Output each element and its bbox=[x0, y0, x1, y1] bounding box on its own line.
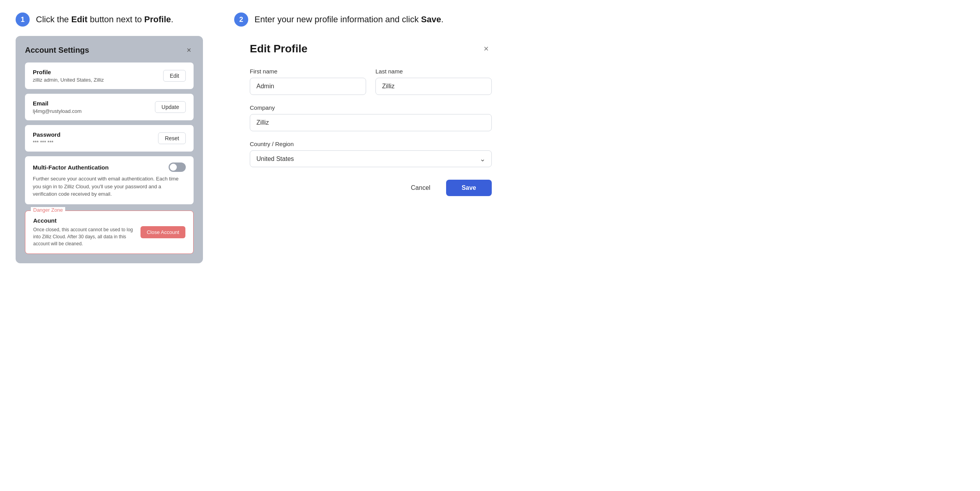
profile-title: Profile bbox=[33, 69, 104, 75]
password-title: Password bbox=[33, 131, 60, 138]
danger-zone-label: Danger Zone bbox=[31, 207, 65, 213]
select-wrapper: United States China United Kingdom Germa… bbox=[250, 150, 492, 167]
mfa-section: Multi-Factor Authentication Further secu… bbox=[25, 156, 194, 204]
first-name-group: First name bbox=[250, 68, 366, 95]
email-subtitle: lj4mg@rustyload.com bbox=[33, 108, 82, 114]
right-panel: 2 Enter your new profile information and… bbox=[226, 12, 964, 479]
step1-bold1: Edit bbox=[71, 14, 87, 24]
step2-instruction: Enter your new profile information and c… bbox=[254, 14, 443, 26]
email-section-info: Email lj4mg@rustyload.com bbox=[33, 100, 82, 114]
card-title: Account Settings bbox=[25, 46, 89, 55]
card-close-button[interactable]: × bbox=[184, 45, 194, 55]
modal-footer: Cancel Save bbox=[250, 180, 492, 196]
last-name-group: Last name bbox=[375, 68, 492, 95]
country-select[interactable]: United States China United Kingdom Germa… bbox=[250, 150, 492, 167]
danger-zone-title: Account bbox=[33, 217, 136, 224]
profile-section-info: Profile zilliz admin, United States, Zil… bbox=[33, 69, 104, 83]
last-name-input[interactable] bbox=[375, 78, 492, 95]
step1-bold2: Profile bbox=[144, 14, 171, 24]
toggle-slider bbox=[169, 162, 186, 172]
account-settings-card: Account Settings × Profile zilliz admin,… bbox=[16, 36, 203, 263]
mfa-toggle[interactable] bbox=[169, 162, 186, 172]
step2-badge: 2 bbox=[234, 12, 248, 27]
company-input[interactable] bbox=[250, 114, 492, 131]
danger-zone: Danger Zone Account Once closed, this ac… bbox=[25, 211, 194, 254]
profile-edit-button[interactable]: Edit bbox=[163, 70, 186, 82]
country-label: Country / Region bbox=[250, 141, 492, 147]
modal-close-button[interactable]: × bbox=[480, 42, 492, 55]
cancel-button[interactable]: Cancel bbox=[403, 180, 438, 195]
close-account-button[interactable]: Close Account bbox=[141, 226, 185, 238]
company-group: Company bbox=[250, 104, 492, 131]
step2-bold: Save bbox=[421, 14, 441, 24]
password-reset-button[interactable]: Reset bbox=[158, 132, 186, 144]
card-header: Account Settings × bbox=[25, 45, 194, 55]
password-section-info: Password *** *** *** bbox=[33, 131, 60, 145]
last-name-label: Last name bbox=[375, 68, 492, 75]
mfa-header: Multi-Factor Authentication bbox=[33, 162, 186, 172]
modal-header: Edit Profile × bbox=[250, 42, 492, 55]
step1-badge: 1 bbox=[16, 12, 30, 27]
danger-zone-info: Account Once closed, this account cannot… bbox=[33, 217, 136, 247]
mfa-description: Further secure your account with email a… bbox=[33, 175, 186, 198]
step1-instruction: Click the Edit button next to Profile. bbox=[36, 14, 173, 26]
password-subtitle: *** *** *** bbox=[33, 139, 60, 145]
password-section: Password *** *** *** Reset bbox=[25, 125, 194, 152]
first-name-input[interactable] bbox=[250, 78, 366, 95]
first-name-label: First name bbox=[250, 68, 366, 75]
mfa-title: Multi-Factor Authentication bbox=[33, 164, 108, 171]
save-button[interactable]: Save bbox=[446, 180, 492, 196]
modal-title: Edit Profile bbox=[250, 43, 308, 55]
danger-zone-content: Account Once closed, this account cannot… bbox=[33, 217, 185, 247]
danger-zone-text: Once closed, this account cannot be used… bbox=[33, 226, 136, 247]
name-row: First name Last name bbox=[250, 68, 492, 95]
step2-header: 2 Enter your new profile information and… bbox=[234, 12, 957, 27]
profile-section: Profile zilliz admin, United States, Zil… bbox=[25, 62, 194, 89]
email-update-button[interactable]: Update bbox=[155, 101, 186, 113]
company-label: Company bbox=[250, 104, 492, 111]
email-section: Email lj4mg@rustyload.com Update bbox=[25, 94, 194, 120]
country-group: Country / Region United States China Uni… bbox=[250, 141, 492, 167]
step1-header: 1 Click the Edit button next to Profile. bbox=[16, 12, 203, 27]
email-title: Email bbox=[33, 100, 82, 107]
profile-subtitle: zilliz admin, United States, Zilliz bbox=[33, 77, 104, 83]
left-panel: 1 Click the Edit button next to Profile.… bbox=[16, 12, 203, 479]
edit-profile-modal: Edit Profile × First name Last name Comp… bbox=[234, 42, 507, 212]
